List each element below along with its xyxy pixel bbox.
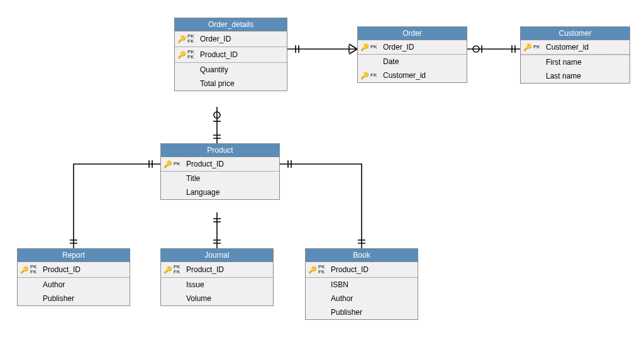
entity-order: Order🔑PKOrder_IDDate🔑FKCustomer_id bbox=[357, 26, 467, 83]
field-name: Product_ID bbox=[184, 160, 275, 168]
field-name: Date bbox=[380, 57, 463, 66]
key-icon: 🔑 bbox=[523, 45, 532, 50]
svg-point-0 bbox=[473, 46, 479, 52]
entity-title: Journal bbox=[161, 249, 273, 262]
key-indicator: 🔑FK bbox=[360, 73, 380, 79]
field-name: Language bbox=[184, 188, 275, 197]
field-name: Product_ID bbox=[197, 50, 283, 59]
key-icon: 🔑 bbox=[308, 267, 317, 273]
entity-customer: Customer🔑PKCustomer_idFirst nameLast nam… bbox=[520, 26, 630, 84]
field-row: Title bbox=[161, 172, 279, 185]
field-row: 🔑PKFKProduct_ID bbox=[18, 262, 130, 278]
field-name: Volume bbox=[184, 294, 269, 303]
field-name: Customer_id bbox=[380, 71, 463, 80]
field-row: Language bbox=[161, 185, 279, 199]
rel-product-report bbox=[70, 160, 160, 248]
key-labels: FK bbox=[370, 73, 377, 78]
field-row: 🔑FKCustomer_id bbox=[358, 69, 467, 82]
field-name: Issue bbox=[184, 280, 269, 289]
rel-orderdetails-order bbox=[287, 44, 357, 54]
field-row: 🔑PKFKProduct_ID bbox=[306, 262, 418, 278]
key-icon: 🔑 bbox=[177, 52, 186, 58]
field-name: Author bbox=[40, 280, 126, 289]
svg-point-1 bbox=[214, 112, 220, 118]
entity-journal: Journal🔑PKFKProduct_IDIssueVolume bbox=[160, 248, 274, 306]
entity-order_details: Order_details🔑PKFKOrder_ID🔑PKFKProduct_I… bbox=[174, 18, 287, 91]
key-indicator: 🔑PK bbox=[360, 45, 380, 50]
key-labels: PKFK bbox=[187, 34, 194, 44]
key-indicator: 🔑PKFK bbox=[20, 265, 40, 275]
key-indicator: 🔑PKFK bbox=[177, 34, 197, 44]
key-icon: 🔑 bbox=[164, 267, 172, 273]
field-row: Quantity bbox=[175, 63, 287, 77]
field-row: Volume bbox=[161, 292, 273, 305]
field-name: Order_ID bbox=[380, 43, 463, 52]
field-row: ISBN bbox=[306, 278, 418, 292]
field-name: First name bbox=[543, 58, 626, 67]
field-row: 🔑PKFKOrder_ID bbox=[175, 31, 287, 47]
entity-product: Product🔑PKProduct_IDTitleLanguage bbox=[160, 143, 280, 200]
field-name: Order_ID bbox=[197, 35, 283, 43]
field-name: Customer_id bbox=[543, 43, 626, 52]
entity-title: Customer bbox=[521, 27, 630, 40]
field-name: Product_ID bbox=[40, 265, 126, 274]
entity-book: Book🔑PKFKProduct_IDISBNAuthorPublisher bbox=[305, 248, 418, 320]
key-labels: PK bbox=[533, 45, 540, 50]
field-name: Author bbox=[328, 294, 414, 303]
field-row: Publisher bbox=[306, 305, 418, 319]
field-row: 🔑PKOrder_ID bbox=[358, 40, 467, 55]
key-indicator: 🔑PKFK bbox=[308, 265, 328, 275]
field-row: Issue bbox=[161, 278, 273, 292]
entity-title: Book bbox=[306, 249, 418, 262]
key-labels: PK bbox=[174, 162, 180, 167]
entity-report: Report🔑PKFKProduct_IDAuthorPublisher bbox=[17, 248, 130, 306]
key-icon: 🔑 bbox=[360, 73, 369, 79]
field-name: Total price bbox=[197, 79, 283, 88]
key-indicator: 🔑PK bbox=[164, 162, 184, 167]
field-name: Publisher bbox=[40, 294, 126, 303]
field-row: Date bbox=[358, 55, 467, 69]
field-row: Author bbox=[18, 278, 130, 292]
field-name: ISBN bbox=[328, 280, 414, 289]
key-icon: 🔑 bbox=[360, 45, 369, 50]
key-icon: 🔑 bbox=[20, 267, 29, 273]
rel-order-customer bbox=[467, 45, 520, 53]
key-indicator: 🔑PKFK bbox=[164, 265, 184, 275]
key-labels: PKFK bbox=[174, 265, 180, 275]
field-row: Total price bbox=[175, 77, 287, 90]
rel-orderdetails-product bbox=[213, 107, 221, 143]
entity-title: Order bbox=[358, 27, 467, 40]
key-labels: PK bbox=[370, 45, 377, 50]
entity-title: Report bbox=[18, 249, 130, 262]
field-row: Publisher bbox=[18, 292, 130, 305]
rel-product-journal bbox=[213, 212, 221, 248]
field-row: 🔑PKFKProduct_ID bbox=[161, 262, 273, 278]
key-indicator: 🔑PK bbox=[523, 45, 543, 50]
field-row: 🔑PKCustomer_id bbox=[521, 40, 630, 55]
field-row: First name bbox=[521, 55, 630, 69]
key-indicator: 🔑PKFK bbox=[177, 50, 197, 60]
field-row: Last name bbox=[521, 69, 630, 83]
field-name: Publisher bbox=[328, 308, 414, 317]
field-name: Title bbox=[184, 174, 275, 183]
key-labels: PKFK bbox=[187, 50, 194, 60]
key-icon: 🔑 bbox=[164, 162, 172, 167]
field-name: Product_ID bbox=[328, 265, 414, 274]
entity-title: Order_details bbox=[175, 18, 287, 31]
key-icon: 🔑 bbox=[177, 36, 186, 42]
er-diagram-canvas: Order_details🔑PKFKOrder_ID🔑PKFKProduct_I… bbox=[0, 0, 644, 362]
field-name: Quantity bbox=[197, 65, 283, 74]
field-row: 🔑PKProduct_ID bbox=[161, 157, 279, 172]
field-name: Last name bbox=[543, 72, 626, 80]
field-row: 🔑PKFKProduct_ID bbox=[175, 47, 287, 63]
entity-title: Product bbox=[161, 144, 279, 157]
field-row: Author bbox=[306, 292, 418, 305]
rel-product-book bbox=[280, 160, 365, 248]
key-labels: PKFK bbox=[30, 265, 37, 275]
key-labels: PKFK bbox=[318, 265, 325, 275]
field-name: Product_ID bbox=[184, 265, 269, 274]
